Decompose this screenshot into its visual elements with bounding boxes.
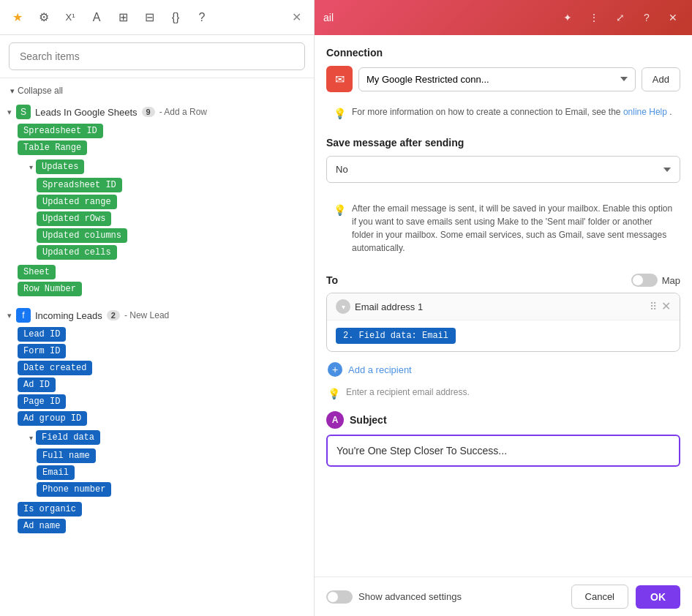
field-data-header[interactable]: ▾ Field data <box>28 428 308 447</box>
gear-icon[interactable]: ⚙ <box>32 6 56 29</box>
google-sheets-icon: S <box>16 105 31 119</box>
field-data-subgroup: ▾ Field data Full name Email Phone numbe… <box>18 428 308 500</box>
save-note-text: After the email message is sent, it will… <box>352 202 673 255</box>
online-help-link[interactable]: online Help <box>623 107 667 117</box>
table-icon[interactable]: ⊟ <box>138 6 161 29</box>
recipient-hint: 💡 Enter a recipient email address. <box>326 384 680 402</box>
save-note-icon: 💡 <box>334 203 346 255</box>
save-select-wrap: No <box>326 156 680 183</box>
to-label: To <box>326 274 338 286</box>
tag-is-organic[interactable]: Is organic <box>18 502 82 517</box>
tag-updated-range[interactable]: Updated range <box>37 195 117 209</box>
star-icon[interactable]: ★ <box>6 6 29 29</box>
email-close-icon[interactable]: ✕ <box>661 301 671 312</box>
save-note: 💡 After the email message is sent, it wi… <box>326 195 680 262</box>
save-message-select[interactable]: No <box>326 156 680 183</box>
google-sheets-label: Leads In Google Sheets <box>35 107 138 118</box>
email-address-label: Email address 1 <box>355 301 645 312</box>
tag-row-number[interactable]: Row Number <box>18 282 82 296</box>
email-collapse-button[interactable]: ▾ <box>336 299 350 314</box>
subject-input[interactable] <box>326 435 680 467</box>
advanced-toggle[interactable] <box>326 590 353 604</box>
connection-row: ✉ My Google Restricted conn... Add <box>326 66 680 92</box>
ok-button[interactable]: OK <box>636 585 680 609</box>
search-box <box>0 35 314 78</box>
facebook-label: Incoming Leads <box>35 310 102 321</box>
connection-select[interactable]: My Google Restricted conn... <box>358 67 636 91</box>
tag-form-id[interactable]: Form ID <box>18 344 66 358</box>
group-facebook: ▾ f Incoming Leads 2 - New Lead Lead ID … <box>6 305 308 536</box>
header-close-icon[interactable]: ✕ <box>663 7 683 28</box>
tag-lead-id[interactable]: Lead ID <box>18 327 66 342</box>
text-icon[interactable]: A <box>85 6 108 29</box>
show-advanced: Show advanced settings <box>326 590 564 604</box>
tag-field-data[interactable]: Field data <box>36 430 100 445</box>
subject-icon: A <box>326 411 344 429</box>
more-icon[interactable]: ⋮ <box>584 7 604 28</box>
add-recipient-icon[interactable]: + <box>328 362 342 377</box>
facebook-action: - New Lead <box>124 310 169 320</box>
field-data-toggle[interactable]: ▾ <box>29 434 33 442</box>
search-input[interactable] <box>9 42 305 70</box>
grid-icon[interactable]: ⊞ <box>111 6 135 29</box>
tag-email[interactable]: Email <box>37 465 75 480</box>
tag-table-range[interactable]: Table Range <box>18 140 87 155</box>
google-sheets-badge: 9 <box>142 107 155 117</box>
tag-sheet[interactable]: Sheet <box>18 265 56 279</box>
facebook-tags: Lead ID Form ID Date created Ad ID Page … <box>6 326 308 536</box>
tag-page-id[interactable]: Page ID <box>18 394 66 409</box>
drag-handle-icon[interactable]: ⠿ <box>650 301 657 312</box>
facebook-icon: f <box>16 308 31 323</box>
info-icon: 💡 <box>334 108 346 119</box>
group-toggle-facebook[interactable]: ▾ <box>7 311 12 320</box>
tag-date-created[interactable]: Date created <box>18 361 92 375</box>
add-recipient-row: + Add a recipient <box>326 358 680 381</box>
tag-updates[interactable]: Updates <box>36 159 84 174</box>
subject-label: Subject <box>350 414 387 426</box>
group-toggle-google-sheets[interactable]: ▾ <box>7 108 12 117</box>
email-address-block: ▾ Email address 1 ⠿ ✕ 2. Field data: Ema… <box>326 293 680 352</box>
panel-title: ail <box>323 12 334 23</box>
map-switch[interactable] <box>631 274 658 287</box>
close-icon[interactable]: ✕ <box>285 6 308 29</box>
header-help-icon[interactable]: ? <box>636 7 657 28</box>
tag-updated-cells[interactable]: Updated cells <box>37 245 117 260</box>
hint-icon: 💡 <box>328 388 340 399</box>
email-address-header: ▾ Email address 1 ⠿ ✕ <box>327 293 680 320</box>
save-message-label: Save message after sending <box>326 137 680 149</box>
map-toggle[interactable]: Map <box>631 274 680 287</box>
group-google-sheets: ▾ S Leads In Google Sheets 9 - Add a Row… <box>6 102 308 299</box>
bottom-row: Show advanced settings Cancel OK <box>315 576 692 616</box>
connection-add-button[interactable]: Add <box>642 67 680 91</box>
google-sheets-action: - Add a Row <box>159 107 207 117</box>
save-section: Save message after sending No <box>326 137 680 183</box>
tag-updated-columns[interactable]: Updated columns <box>37 228 127 243</box>
updates-tags: Spreadsheet ID Updated range Updated rOw… <box>28 176 308 263</box>
toolbar: ★ ⚙ X¹ A ⊞ ⊟ {} ? ✕ <box>0 0 314 35</box>
tag-spreadsheet-id[interactable]: Spreadsheet ID <box>18 124 103 138</box>
collapse-all[interactable]: Collapse all <box>6 83 308 102</box>
field-data-tags: Full name Email Phone number <box>28 447 308 500</box>
tag-full-name[interactable]: Full name <box>37 448 96 463</box>
group-header-facebook[interactable]: ▾ f Incoming Leads 2 - New Lead <box>6 305 308 326</box>
sparkle-icon[interactable]: ✦ <box>557 7 578 28</box>
updates-toggle[interactable]: ▾ <box>29 163 33 171</box>
field-data-email-chip[interactable]: 2. Field data: Email <box>336 328 456 344</box>
expand-icon[interactable]: ⤢ <box>610 7 631 28</box>
group-header-google-sheets[interactable]: ▾ S Leads In Google Sheets 9 - Add a Row <box>6 102 308 122</box>
help-icon[interactable]: ? <box>190 6 214 29</box>
tag-updated-rows[interactable]: Updated rOws <box>37 211 111 226</box>
tag-ad-name[interactable]: Ad name <box>18 519 66 533</box>
tag-ad-id[interactable]: Ad ID <box>18 378 56 392</box>
to-row: To Map <box>326 274 680 287</box>
tag-phone-number[interactable]: Phone number <box>37 482 111 497</box>
tag-updates-spreadsheet-id[interactable]: Spreadsheet ID <box>37 178 122 192</box>
tag-ad-group-id[interactable]: Ad group ID <box>18 411 87 426</box>
updates-header[interactable]: ▾ Updates <box>28 157 308 176</box>
google-sheets-tags: Spreadsheet ID Table Range ▾ Updates Spr… <box>6 122 308 299</box>
add-recipient-label[interactable]: Add a recipient <box>348 364 412 375</box>
cancel-button[interactable]: Cancel <box>571 585 628 609</box>
items-list: Collapse all ▾ S Leads In Google Sheets … <box>0 78 314 616</box>
superscript-icon[interactable]: X¹ <box>59 6 82 29</box>
code-icon[interactable]: {} <box>164 6 187 29</box>
